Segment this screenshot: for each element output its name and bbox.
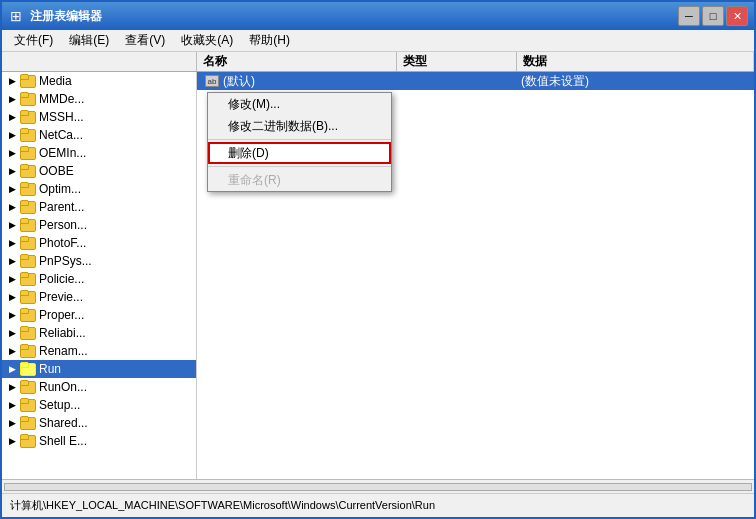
menu-file[interactable]: 文件(F): [6, 30, 61, 51]
folder-icon: [20, 254, 36, 268]
tree-item-shared[interactable]: ▶ Shared...: [2, 414, 196, 432]
tree-item-label: Optim...: [39, 182, 81, 196]
expand-icon: ▶: [6, 435, 18, 447]
tree-item-reliabi[interactable]: ▶ Reliabi...: [2, 324, 196, 342]
expand-icon: ▶: [6, 147, 18, 159]
expand-icon: ▶: [6, 381, 18, 393]
ctx-rename[interactable]: 重命名(R): [208, 169, 391, 191]
tree-item-pnpsys[interactable]: ▶ PnPSys...: [2, 252, 196, 270]
expand-icon: ▶: [6, 327, 18, 339]
folder-icon: [20, 416, 36, 430]
ctx-modify-binary[interactable]: 修改二进制数据(B)...: [208, 115, 391, 137]
tree-item-label: Media: [39, 74, 72, 88]
tree-item-label: Reliabi...: [39, 326, 86, 340]
tree-item-label: Proper...: [39, 308, 84, 322]
tree-item-mmde[interactable]: ▶ MMDe...: [2, 90, 196, 108]
registry-row-default[interactable]: ab (默认) (数值未设置): [197, 72, 754, 90]
ctx-modify[interactable]: 修改(M)...: [208, 93, 391, 115]
h-scroll-track: [4, 483, 752, 491]
tree-item-runon[interactable]: ▶ RunOn...: [2, 378, 196, 396]
folder-icon: [20, 92, 36, 106]
tree-item-label: OEMIn...: [39, 146, 86, 160]
registry-tree: ▶ Media ▶ MMDe... ▶ MSSH... ▶ Ne: [2, 72, 197, 479]
col-name: 名称: [197, 52, 397, 71]
tree-item-optim[interactable]: ▶ Optim...: [2, 180, 196, 198]
horizontal-scrollbar[interactable]: [2, 479, 754, 493]
folder-icon: [20, 182, 36, 196]
tree-item-label: Shell E...: [39, 434, 87, 448]
folder-icon: [20, 380, 36, 394]
expand-icon: ▶: [6, 75, 18, 87]
tree-item-policie[interactable]: ▶ Policie...: [2, 270, 196, 288]
title-bar: ⊞ 注册表编辑器 ─ □ ✕: [2, 2, 754, 30]
expand-icon: ▶: [6, 417, 18, 429]
tree-item-label: Run: [39, 362, 61, 376]
tree-item-oemin[interactable]: ▶ OEMIn...: [2, 144, 196, 162]
tree-item-label: PhotoF...: [39, 236, 86, 250]
reg-value-icon: ab: [205, 75, 219, 87]
tree-item-label: Setup...: [39, 398, 80, 412]
tree-item-label: RunOn...: [39, 380, 87, 394]
window-controls: ─ □ ✕: [678, 6, 748, 26]
reg-data-label: (数值未设置): [521, 73, 754, 90]
ctx-delete[interactable]: 删除(D): [208, 142, 391, 164]
expand-icon: ▶: [6, 273, 18, 285]
tree-item-parent[interactable]: ▶ Parent...: [2, 198, 196, 216]
folder-icon: [20, 290, 36, 304]
expand-icon: ▶: [6, 291, 18, 303]
tree-item-shell-e[interactable]: ▶ Shell E...: [2, 432, 196, 450]
expand-icon: ▶: [6, 255, 18, 267]
expand-icon: ▶: [6, 201, 18, 213]
reg-name-label: (默认): [223, 73, 255, 90]
status-text: 计算机\HKEY_LOCAL_MACHINE\SOFTWARE\Microsof…: [10, 498, 435, 513]
tree-item-label: OOBE: [39, 164, 74, 178]
tree-item-label: Parent...: [39, 200, 84, 214]
expand-icon: ▶: [6, 237, 18, 249]
tree-item-label: Previe...: [39, 290, 83, 304]
minimize-button[interactable]: ─: [678, 6, 700, 26]
tree-item-renam[interactable]: ▶ Renam...: [2, 342, 196, 360]
folder-icon: [20, 344, 36, 358]
tree-item-netca[interactable]: ▶ NetCa...: [2, 126, 196, 144]
folder-icon: [20, 398, 36, 412]
folder-icon: [20, 362, 36, 376]
folder-icon: [20, 110, 36, 124]
expand-icon: ▶: [6, 93, 18, 105]
menu-edit[interactable]: 编辑(E): [61, 30, 117, 51]
tree-item-proper[interactable]: ▶ Proper...: [2, 306, 196, 324]
folder-icon: [20, 272, 36, 286]
menu-help[interactable]: 帮助(H): [241, 30, 298, 51]
tree-item-setup[interactable]: ▶ Setup...: [2, 396, 196, 414]
tree-item-run[interactable]: ▶ Run: [2, 360, 196, 378]
tree-item-label: MSSH...: [39, 110, 84, 124]
folder-icon: [20, 236, 36, 250]
folder-icon: [20, 218, 36, 232]
folder-icon: [20, 308, 36, 322]
expand-icon: ▶: [6, 309, 18, 321]
tree-item-label: PnPSys...: [39, 254, 92, 268]
tree-item-label: Person...: [39, 218, 87, 232]
tree-item-photof[interactable]: ▶ PhotoF...: [2, 234, 196, 252]
close-button[interactable]: ✕: [726, 6, 748, 26]
tree-item-person[interactable]: ▶ Person...: [2, 216, 196, 234]
menu-favorites[interactable]: 收藏夹(A): [173, 30, 241, 51]
expand-icon: ▶: [6, 111, 18, 123]
tree-item-oobe[interactable]: ▶ OOBE: [2, 162, 196, 180]
ctx-separator-2: [208, 166, 391, 167]
expand-icon: ▶: [6, 345, 18, 357]
col-data: 数据: [517, 52, 754, 71]
col-type: 类型: [397, 52, 517, 71]
maximize-button[interactable]: □: [702, 6, 724, 26]
menu-view[interactable]: 查看(V): [117, 30, 173, 51]
registry-values-panel: ab (默认) (数值未设置) 修改(M)... 修改二进制数据(B)... 删…: [197, 72, 754, 479]
tree-item-media[interactable]: ▶ Media: [2, 72, 196, 90]
folder-icon: [20, 128, 36, 142]
window-title: 注册表编辑器: [30, 8, 678, 25]
status-bar: 计算机\HKEY_LOCAL_MACHINE\SOFTWARE\Microsof…: [2, 493, 754, 517]
folder-icon: [20, 326, 36, 340]
expand-icon: ▶: [6, 183, 18, 195]
expand-icon: ▶: [6, 129, 18, 141]
context-menu: 修改(M)... 修改二进制数据(B)... 删除(D) 重命名(R): [207, 92, 392, 192]
tree-item-previe[interactable]: ▶ Previe...: [2, 288, 196, 306]
tree-item-mssh[interactable]: ▶ MSSH...: [2, 108, 196, 126]
